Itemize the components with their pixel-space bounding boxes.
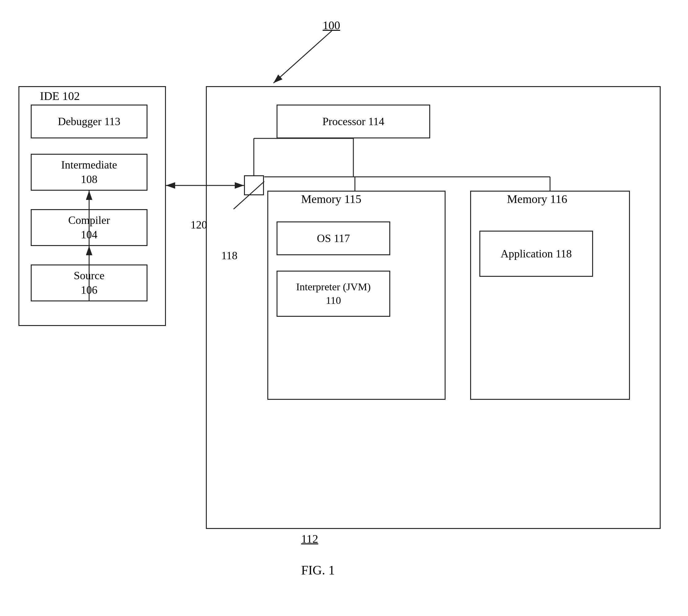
diagram-label-100: 100	[323, 19, 340, 32]
source-label: Source 106	[74, 268, 105, 298]
label-120: 120	[190, 218, 207, 231]
label-118: 118	[221, 249, 237, 262]
diagram: 100 IDE 102 Debugger 113 Intermediate 10…	[0, 0, 688, 616]
os-box: OS 117	[277, 221, 390, 255]
memory116-box	[470, 191, 630, 400]
fig-label: FIG. 1	[301, 563, 335, 577]
processor-label: Processor 114	[322, 115, 384, 128]
application-box: Application 118	[479, 230, 593, 277]
system-label: 112	[301, 532, 318, 546]
intermediate-box: Intermediate 108	[31, 154, 147, 191]
memory116-label: Memory 116	[507, 192, 567, 206]
svg-line-2	[274, 31, 332, 83]
interpreter-box: Interpreter (JVM) 110	[277, 271, 390, 317]
compiler-box: Compiler 104	[31, 209, 147, 246]
compiler-label: Compiler 104	[68, 213, 110, 242]
bus-box	[244, 175, 264, 195]
os-label: OS 117	[317, 232, 350, 245]
source-box: Source 106	[31, 264, 147, 301]
intermediate-label: Intermediate 108	[61, 158, 117, 187]
interpreter-label: Interpreter (JVM) 110	[296, 280, 371, 307]
processor-box: Processor 114	[277, 105, 430, 138]
debugger-box: Debugger 113	[31, 105, 147, 138]
memory115-label: Memory 115	[301, 192, 361, 206]
ide-label: IDE 102	[40, 89, 80, 103]
application-label: Application 118	[501, 247, 572, 261]
debugger-label: Debugger 113	[58, 115, 120, 128]
